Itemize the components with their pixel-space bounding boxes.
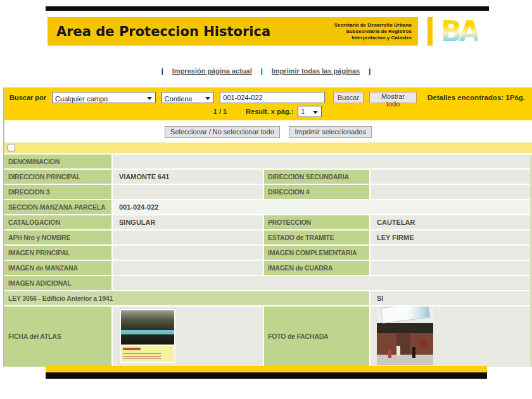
results-per-page-select[interactable]: 1 [298, 106, 321, 117]
toggle-select-all-button[interactable]: Seleccionar / No seleccionar todo [165, 126, 280, 138]
mostrar-todo-button[interactable]: Mostrar todo [369, 92, 417, 103]
organization-block: Secretaria de Desarrollo Urbano Subsecre… [334, 22, 412, 41]
field-value [113, 276, 530, 290]
app-header: Area de Proteccion Historica Secretaria … [48, 17, 478, 46]
nav-separator: | [261, 67, 263, 75]
field-label-aph-nro-y-nombre: APH Nro y NOMBRE [4, 231, 111, 244]
field-value [113, 261, 263, 275]
search-query-input[interactable] [220, 92, 325, 103]
print-all-pages-link[interactable]: Imprimir todas las páginas [272, 67, 360, 75]
search-operator-dropdown[interactable]: Contiene [162, 92, 215, 103]
field-value [370, 170, 530, 184]
details-found-text: Detalles encontrados: 1 [428, 94, 510, 101]
ficha-thumbnail[interactable] [119, 308, 176, 364]
pagination-row: 1 / 1 Result. x pág.: 1 [7, 105, 528, 118]
actions-row: Seleccionar / No seleccionar todo Imprim… [4, 120, 532, 142]
page-label: Pág. [510, 94, 528, 101]
search-by-label: Buscar por [10, 94, 46, 101]
select-record-checkbox[interactable] [8, 144, 15, 151]
field-value-ley-firme: LEY FIRME [370, 231, 530, 244]
search-field-select[interactable]: Cualquier campo [53, 94, 155, 104]
field-label-direccion-3: DIRECCION 3 [4, 185, 111, 199]
record-select-row [4, 142, 532, 153]
field-value [113, 246, 263, 260]
fachada-thumbnail[interactable] [377, 308, 433, 365]
header-yellow-banner: Area de Proteccion Historica Secretaria … [48, 17, 418, 46]
footer-black-bar [46, 372, 487, 379]
org-line: Secretaria de Desarrollo Urbano [334, 22, 412, 28]
main-content: Buscar por Cualquier campo Contiene Busc… [3, 87, 532, 367]
org-line: Subsecretaria de Registros [334, 28, 412, 35]
field-label-proteccion: PROTECCION [264, 215, 369, 229]
field-label-imagen-de-cuadra: IMAGEN de CUADRA [264, 261, 369, 275]
field-label-foto-de-fachada: FOTO de FACHADA [264, 307, 369, 367]
search-toolbar: Buscar por Cualquier campo Contiene Busc… [4, 87, 532, 120]
field-value [113, 231, 263, 244]
field-label-direccion-principal: DIRECCION PRINCIPAL [4, 170, 111, 184]
field-label-denominacion: DENOMINACION [4, 155, 111, 168]
ba-logo: BA [441, 17, 478, 46]
field-value [370, 246, 530, 260]
footer-yellow-bar [46, 366, 487, 372]
buscar-button[interactable]: Buscar [333, 92, 364, 103]
field-value-cautelar: CAUTELAR [370, 215, 530, 229]
field-value [370, 261, 530, 275]
field-value-001-024-022: 001-024-022 [113, 200, 530, 214]
print-current-page-link[interactable]: Impresión página actual [172, 67, 252, 75]
print-nav: |Impresión página actual|Imprimir todas … [0, 67, 532, 75]
search-row: Buscar por Cualquier campo Contiene Busc… [7, 89, 528, 105]
field-value [370, 185, 530, 199]
search-field-dropdown[interactable]: Cualquier campo [52, 92, 156, 103]
field-label-estado-de-tramite: ESTADO de TRAMITE [264, 231, 369, 244]
field-label-imagen-complementaria: IMAGEN COMPLEMENTARIA [264, 246, 369, 260]
field-value-viamonte-641: VIAMONTE 641 [113, 170, 263, 184]
page-position: 1 / 1 [213, 108, 227, 115]
field-value-si: SI [370, 291, 530, 305]
record-table: DENOMINACIONDIRECCION PRINCIPALVIAMONTE … [4, 155, 532, 367]
field-label-imagen-principal: IMAGEN PRINCIPAL [4, 246, 111, 260]
search-operator-select[interactable]: Contiene [162, 94, 214, 104]
field-label-direccion-4: DIRECCION 4 [264, 185, 369, 199]
field-value-singular: SINGULAR [113, 215, 263, 229]
field-label-catalogacion: CATALOGACION [4, 215, 111, 229]
nav-separator: | [162, 67, 163, 75]
field-label-ley-3056-edificio-anterior-a-1941: LEY 3056 - Edificio Anterior a 1941 [4, 291, 369, 305]
field-value [113, 307, 263, 367]
field-label-imagen-de-manzana: IMAGEN de MANZANA [4, 261, 111, 275]
org-line: Interpretacion y Catastro [334, 35, 412, 41]
field-label-seccion-manzana-parcela: SECCION-MANZANA-PARCELA [4, 200, 111, 214]
print-selected-button[interactable]: Imprimir seleccionados [289, 126, 371, 138]
field-value [113, 155, 530, 168]
nav-separator: | [369, 67, 370, 75]
page-title: Area de Proteccion Historica [56, 24, 270, 39]
field-value [370, 307, 530, 367]
field-label-ficha-del-atlas: FICHA del ATLAS [4, 307, 111, 367]
top-black-bar [46, 6, 489, 11]
header-separator-bar [428, 17, 433, 46]
field-value [113, 185, 263, 199]
field-label-imagen-adicional: IMAGEN ADICIONAL [4, 276, 111, 290]
results-per-page-dropdown[interactable]: 1 [298, 106, 322, 117]
results-per-page-label: Result. x pág.: [246, 108, 293, 115]
field-label-direccion-secundaria: DIRECCION SECUNDARIA [264, 170, 369, 184]
